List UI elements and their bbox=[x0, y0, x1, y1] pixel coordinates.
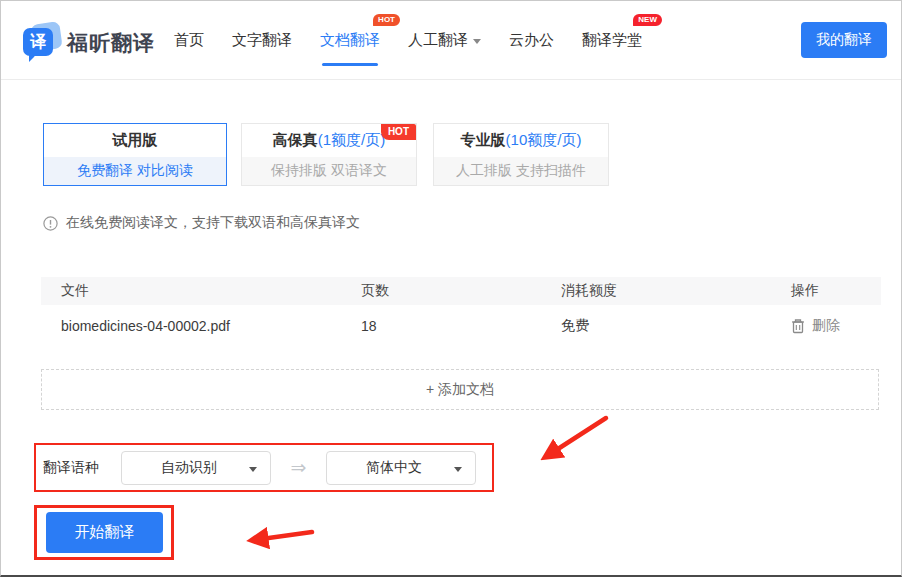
my-translations-button[interactable]: 我的翻译 bbox=[801, 22, 887, 58]
plan-title: 专业版 bbox=[461, 131, 506, 150]
language-selection-row: 翻译语种 自动识别 ⇒ 简体中文 bbox=[43, 443, 476, 492]
logo-char: 译 bbox=[30, 32, 46, 53]
plan-subtitle: 保持排版 双语译文 bbox=[242, 157, 416, 185]
nav-item-document-translate[interactable]: 文档翻译 HOT bbox=[320, 1, 380, 79]
foxit-translate-page: 译 福昕翻译 首页 文字翻译 文档翻译 HOT 人工翻译 云办公 bbox=[0, 0, 902, 577]
target-language-value: 简体中文 bbox=[366, 459, 422, 477]
nav-item-human-translate[interactable]: 人工翻译 bbox=[408, 1, 481, 79]
file-name: biomedicines-04-00002.pdf bbox=[61, 318, 361, 334]
chevron-down-icon bbox=[249, 467, 257, 476]
plan-subtitle: 免费翻译 对比阅读 bbox=[44, 157, 226, 185]
language-label: 翻译语种 bbox=[43, 459, 121, 477]
brand-name: 福昕翻译 bbox=[67, 29, 155, 57]
source-language-dropdown[interactable]: 自动识别 bbox=[121, 451, 271, 485]
col-header-pages: 页数 bbox=[361, 282, 561, 300]
nav-item-cloud-office[interactable]: 云办公 bbox=[509, 1, 554, 79]
nav-label: 云办公 bbox=[509, 31, 554, 50]
hot-badge: HOT bbox=[373, 14, 400, 26]
nav-label: 翻译学堂 bbox=[582, 31, 642, 50]
add-document-button[interactable]: + 添加文档 bbox=[41, 369, 879, 410]
hot-badge: HOT bbox=[381, 124, 416, 140]
plan-title: 试用版 bbox=[113, 131, 158, 150]
info-icon bbox=[43, 216, 58, 231]
notice-text: 在线免费阅读译文，支持下载双语和高保真译文 bbox=[66, 214, 360, 232]
page-count: 18 bbox=[361, 318, 561, 334]
table-row: biomedicines-04-00002.pdf 18 免费 删除 bbox=[41, 305, 881, 347]
plan-tab-professional[interactable]: 专业版 (10额度/页) 人工排版 支持扫描件 bbox=[433, 123, 609, 186]
plan-tab-high-fidelity[interactable]: HOT 高保真 (1额度/页) 保持排版 双语译文 bbox=[241, 123, 417, 186]
chevron-down-icon bbox=[454, 467, 462, 476]
new-badge: NEW bbox=[633, 14, 662, 26]
nav-label: 文字翻译 bbox=[232, 31, 292, 50]
nav-label: 首页 bbox=[174, 31, 204, 50]
start-translate-button[interactable]: 开始翻译 bbox=[46, 512, 163, 553]
trash-icon bbox=[791, 318, 805, 334]
col-header-quota: 消耗额度 bbox=[561, 282, 791, 300]
nav-item-text-translate[interactable]: 文字翻译 bbox=[232, 1, 292, 79]
active-tab-underline bbox=[322, 63, 378, 66]
top-navbar: 译 福昕翻译 首页 文字翻译 文档翻译 HOT 人工翻译 云办公 bbox=[1, 1, 901, 80]
notice-line: 在线免费阅读译文，支持下载双语和高保真译文 bbox=[43, 214, 360, 232]
annotation-arrow-to-language bbox=[547, 418, 606, 456]
delete-label: 删除 bbox=[812, 317, 840, 335]
nav-item-home[interactable]: 首页 bbox=[174, 1, 204, 79]
main-nav: 首页 文字翻译 文档翻译 HOT 人工翻译 云办公 翻译学堂 NEW bbox=[174, 1, 642, 79]
annotation-arrow-to-start bbox=[254, 532, 312, 540]
add-document-label: + 添加文档 bbox=[426, 381, 494, 399]
plan-subtitle: 人工排版 支持扫描件 bbox=[434, 157, 608, 185]
plan-tab-trial[interactable]: 试用版 免费翻译 对比阅读 bbox=[43, 123, 227, 186]
target-language-dropdown[interactable]: 简体中文 bbox=[326, 451, 476, 485]
nav-item-translate-academy[interactable]: 翻译学堂 NEW bbox=[582, 1, 642, 79]
chevron-down-icon bbox=[473, 39, 481, 48]
direction-arrow-icon: ⇒ bbox=[271, 456, 326, 479]
col-header-action: 操作 bbox=[791, 282, 861, 300]
nav-label: 人工翻译 bbox=[408, 31, 468, 50]
delete-button[interactable]: 删除 bbox=[791, 317, 861, 335]
logo-bubble-front: 译 bbox=[23, 28, 53, 56]
file-table-header: 文件 页数 消耗额度 操作 bbox=[41, 277, 881, 305]
plan-title: 高保真 bbox=[273, 131, 318, 150]
plan-price: (1额度/页) bbox=[318, 131, 386, 150]
plan-price: (10额度/页) bbox=[506, 131, 582, 150]
nav-label: 文档翻译 bbox=[320, 31, 380, 50]
brand-logo-icon[interactable]: 译 bbox=[23, 23, 65, 61]
source-language-value: 自动识别 bbox=[161, 459, 217, 477]
col-header-file: 文件 bbox=[61, 282, 361, 300]
quota-value: 免费 bbox=[561, 317, 791, 335]
